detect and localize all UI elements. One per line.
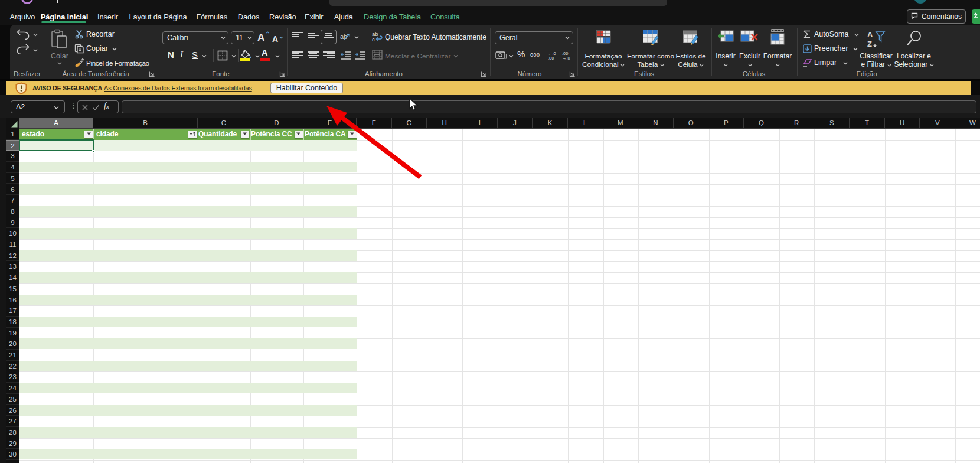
svg-text:ab: ab	[340, 33, 347, 40]
svg-text:c: c	[372, 36, 375, 43]
svg-text:→.0: →.0	[562, 56, 570, 60]
svg-text:Z: Z	[867, 40, 872, 48]
svg-text:.00: .00	[548, 56, 554, 60]
svg-text:A: A	[867, 30, 873, 39]
